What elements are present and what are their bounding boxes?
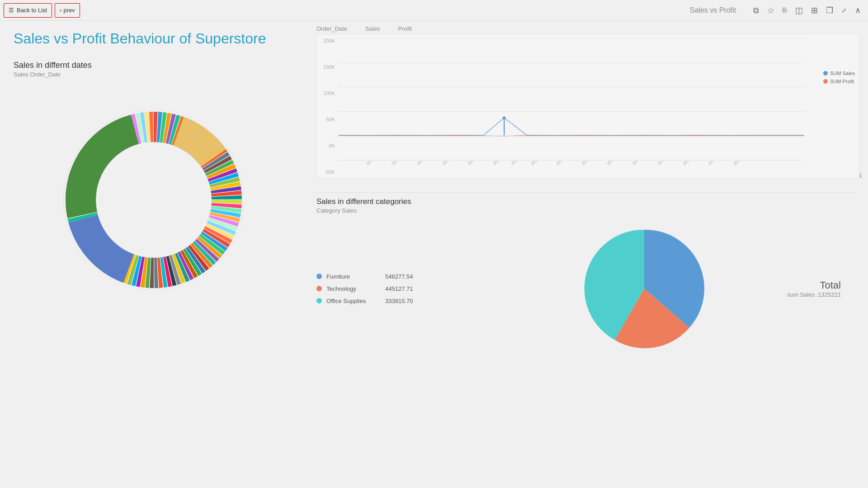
total-title: Total (787, 280, 841, 291)
grid-line-neg50k (339, 160, 804, 161)
category-section-subtitle: Category Sales (316, 207, 859, 214)
back-to-list-label: Back to List (17, 7, 47, 14)
col-header-profit: Profit (398, 25, 411, 32)
cat-item-furniture: Furniture 546277.54 (316, 273, 429, 280)
share-icon: ⎘ (783, 6, 787, 14)
cat-value-technology: 445127.71 (385, 285, 413, 292)
legend-label-profit: SUM Profit (830, 79, 854, 84)
star-icon: ☆ (767, 5, 774, 15)
grid-line-100k (339, 87, 804, 87)
cat-name-office: Office Supplies (326, 298, 381, 304)
donut-section: Sales in differnt dates Sales Order_Date (14, 61, 294, 82)
line-chart-svg (339, 38, 804, 160)
open-external-button[interactable]: ⧉ (753, 6, 759, 15)
prev-label: prev (64, 7, 75, 14)
line-chart-section: Order_Date Sales Profit 200K 150K 100K 5… (316, 25, 859, 179)
svg-text:2014-04-20: 2014-04-20 (631, 161, 649, 166)
right-edge-indicator: ℹ (859, 172, 862, 179)
donut-section-subtitle: Sales Order_Date (14, 71, 294, 78)
right-panel: Order_Date Sales Profit 200K 150K 100K 5… (307, 21, 868, 488)
category-content: Furniture 546277.54 Technology 445127.71… (316, 223, 859, 354)
category-legend: Furniture 546277.54 Technology 445127.71… (316, 273, 429, 304)
report-title: Sales vs Profit (690, 6, 736, 14)
svg-text:2014-02-04: 2014-02-04 (416, 161, 434, 166)
category-section: Sales in different categories Category S… (316, 197, 859, 483)
line-chart-legend: SUM Sales SUM Profit (823, 71, 855, 84)
share-button[interactable]: ⎘ (783, 6, 787, 14)
collapse-button[interactable]: ∧ (855, 5, 861, 15)
svg-text:2014-01-10: 2014-01-10 (365, 161, 383, 166)
donut-section-title: Sales in differnt dates (14, 61, 294, 70)
legend-item-sales: SUM Sales (823, 71, 855, 76)
y-label-50k: 50K (319, 117, 335, 122)
cat-dot-technology (316, 286, 322, 291)
grid-icon: ⊞ (811, 5, 818, 15)
chevron-left-icon: ‹ (60, 7, 61, 14)
cat-name-furniture: Furniture (326, 273, 381, 280)
list-icon: ☰ (9, 7, 14, 14)
page-title: Sales vs Profit Behaviour of Superstore (14, 30, 294, 47)
y-label-0k: 0K (319, 143, 335, 148)
prev-button[interactable]: ‹ prev (55, 3, 80, 18)
cat-dot-office (316, 298, 322, 303)
grid-line-50k (339, 111, 804, 112)
grid-line-200k (339, 38, 804, 38)
svg-text:2014-05-23: 2014-05-23 (732, 161, 750, 166)
copy-icon: ❐ (826, 5, 833, 15)
donut-chart (41, 87, 267, 313)
pie-chart-area: Total sum Sales :1325221 (429, 223, 859, 354)
subscribe-button[interactable]: ◫ (795, 5, 803, 15)
legend-dot-sales (823, 71, 828, 76)
expand-button[interactable]: ⤢ (841, 7, 847, 14)
left-panel: Sales vs Profit Behaviour of Superstore … (0, 21, 307, 488)
expand-icon: ⤢ (841, 7, 847, 14)
category-section-title: Sales in different categories (316, 197, 859, 206)
x-labels-svg: 2014-01-10 2014-01-21 2014-02-04 2014-02… (339, 161, 804, 177)
legend-item-profit: SUM Profit (823, 79, 855, 84)
cat-value-office: 333815.70 (385, 298, 413, 304)
x-axis-labels: 2014-01-10 2014-01-21 2014-02-04 2014-02… (339, 161, 804, 177)
svg-text:2014-03-25: 2014-03-25 (530, 161, 548, 166)
svg-text:2014-05-07: 2014-05-07 (682, 161, 700, 166)
total-label: Total sum Sales :1325221 (787, 280, 841, 298)
svg-text:2014-03-17: 2014-03-17 (510, 161, 528, 166)
open-external-icon: ⧉ (753, 6, 759, 15)
chart-col-headers: Order_Date Sales Profit (316, 25, 859, 32)
svg-text:2014-04-06: 2014-04-06 (580, 161, 599, 166)
cat-item-technology: Technology 445127.71 (316, 285, 429, 292)
col-header-sales: Sales (365, 25, 380, 32)
y-label-neg50k: -50K (319, 169, 335, 175)
grid-line-0k (339, 136, 804, 136)
cat-dot-furniture (316, 274, 322, 279)
svg-point-3 (503, 116, 506, 119)
svg-text:2014-03-01: 2014-03-01 (467, 161, 485, 166)
y-label-100k: 100K (319, 90, 335, 96)
star-button[interactable]: ☆ (767, 5, 774, 15)
svg-text:2014-02-14: 2014-02-14 (441, 161, 459, 166)
cat-value-furniture: 546277.54 (385, 273, 413, 280)
grid-line-150k (339, 62, 804, 63)
main-content: Sales vs Profit Behaviour of Superstore … (0, 21, 868, 488)
copy-button[interactable]: ❐ (826, 5, 833, 15)
top-right-header: Sales vs Profit ⧉ ☆ ⎘ ◫ ⊞ ❐ ⤢ ∧ (683, 0, 868, 21)
cat-name-technology: Technology (326, 285, 381, 292)
line-chart-area: 200K 150K 100K 50K 0K -50K (316, 34, 859, 179)
legend-label-sales: SUM Sales (830, 71, 855, 76)
svg-text:2014-01-21: 2014-01-21 (391, 161, 409, 166)
collapse-icon: ∧ (855, 5, 861, 15)
back-to-list-button[interactable]: ☰ Back to List (4, 3, 52, 18)
subscribe-icon: ◫ (795, 5, 803, 15)
svg-text:2014-04-13: 2014-04-13 (606, 161, 624, 166)
y-label-200k: 200K (319, 38, 335, 43)
section-divider (316, 192, 859, 193)
y-axis-labels: 200K 150K 100K 50K 0K -50K (317, 34, 337, 178)
y-label-150k: 150K (319, 64, 335, 70)
svg-text:2014-04-01: 2014-04-01 (555, 161, 573, 166)
grid-button[interactable]: ⊞ (811, 5, 818, 15)
donut-chart-container (14, 87, 294, 313)
svg-text:2014-04-28: 2014-04-28 (656, 161, 675, 166)
cat-item-office: Office Supplies 333815.70 (316, 298, 429, 304)
svg-text:2014-03-07: 2014-03-07 (492, 161, 510, 166)
legend-dot-profit (823, 79, 828, 84)
line-chart-inner (339, 38, 804, 160)
